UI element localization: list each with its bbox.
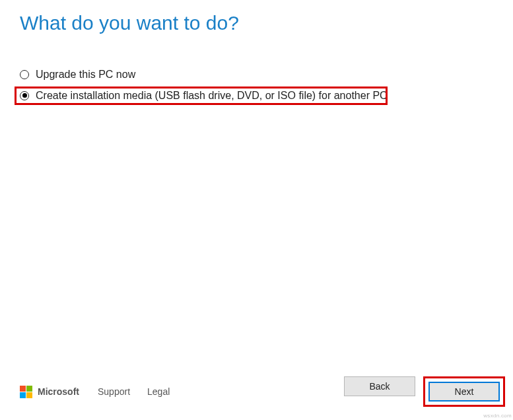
footer: Microsoft Support Legal Back Next — [20, 376, 505, 407]
option-create-media-label: Create installation media (USB flash dri… — [36, 90, 388, 102]
back-button[interactable]: Back — [344, 376, 415, 396]
radio-icon — [20, 70, 29, 79]
microsoft-logo-icon — [20, 386, 32, 398]
support-link[interactable]: Support — [98, 386, 130, 397]
watermark: wsxdn.com — [483, 413, 512, 419]
options-group: Upgrade this PC now Create installation … — [0, 34, 513, 110]
button-bar: Back Next — [344, 376, 505, 407]
next-button-highlight: Next — [423, 376, 505, 407]
option-upgrade-label: Upgrade this PC now — [36, 69, 135, 81]
option-create-media[interactable]: Create installation media (USB flash dri… — [20, 90, 388, 102]
page-title: What do you want to do? — [0, 0, 513, 34]
next-button[interactable]: Next — [428, 382, 500, 402]
option-upgrade[interactable]: Upgrade this PC now — [20, 69, 513, 81]
radio-icon — [20, 91, 29, 100]
legal-link[interactable]: Legal — [147, 386, 170, 397]
brand-label: Microsoft — [38, 386, 79, 397]
